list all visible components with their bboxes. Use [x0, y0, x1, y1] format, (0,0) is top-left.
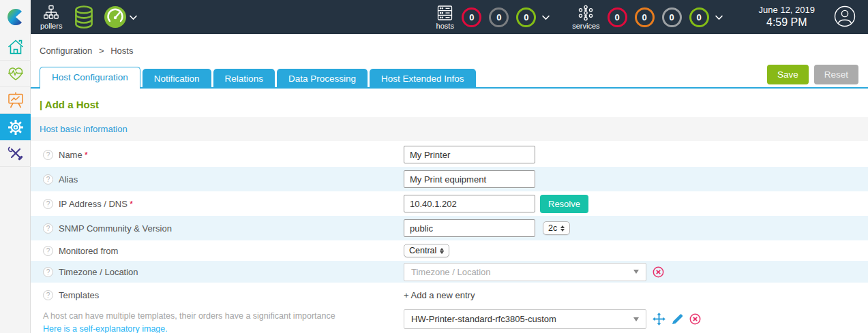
snmp-version-select[interactable]: 2c: [543, 221, 570, 235]
tab-data-processing[interactable]: Data Processing: [277, 69, 368, 89]
row-monitored-from: ? Monitored from Central: [31, 240, 868, 261]
timezone-placeholder: Timezone / Location: [411, 267, 633, 277]
services-unknown-counter[interactable]: 0: [662, 7, 682, 27]
templates-example-link[interactable]: Here is a self-explanatory image.: [43, 324, 168, 333]
user-menu[interactable]: [834, 5, 856, 29]
hosts-down-counter[interactable]: 0: [462, 7, 481, 27]
gear-icon: [7, 118, 25, 136]
help-icon[interactable]: ?: [43, 290, 53, 300]
ip-label: IP Address / DNS*: [59, 199, 133, 209]
breadcrumb-separator: >: [99, 46, 104, 56]
sidebar-item-reporting[interactable]: [0, 87, 31, 114]
pollers-menu[interactable]: pollers: [40, 5, 62, 30]
services-chevron-down-icon[interactable]: [715, 14, 723, 20]
sidebar-item-home[interactable]: [0, 34, 31, 61]
breadcrumb: Configuration > Hosts: [31, 34, 868, 56]
select-spinner-icon: [560, 225, 565, 232]
heart-pulse-icon: [7, 65, 25, 82]
tab-host-extended-infos[interactable]: Host Extended Infos: [370, 69, 476, 89]
sidebar-item-monitoring[interactable]: [0, 61, 31, 87]
ip-input[interactable]: [404, 195, 535, 212]
clear-circle-icon: [653, 266, 664, 278]
platform-chevron-down-icon[interactable]: [129, 14, 138, 20]
dropdown-arrow-icon: [633, 317, 639, 321]
template-move-handle[interactable]: [653, 313, 665, 326]
hosts-status-group: hosts 0 0 0: [436, 5, 554, 30]
pencil-icon: [672, 313, 683, 325]
pollers-icon: [42, 5, 60, 21]
presentation-chart-icon: [7, 91, 25, 109]
row-snmp: ? SNMP Community & Version 2c: [31, 216, 868, 240]
hosts-up-counter[interactable]: 0: [516, 7, 536, 27]
services-menu[interactable]: services: [572, 5, 599, 30]
hosts-chevron-down-icon[interactable]: [541, 14, 550, 20]
tab-bar: Host Configuration Notification Relation…: [31, 65, 868, 89]
sidebar-item-configuration[interactable]: [0, 114, 31, 140]
host-form: ? Name* ? Alias ? IP Address / DNS* Reso…: [31, 142, 868, 333]
user-avatar-icon: [834, 5, 856, 27]
current-date: June 12, 2019: [759, 5, 815, 16]
reset-button[interactable]: Reset: [814, 65, 858, 84]
templates-note: A host can have multiple templates, thei…: [43, 310, 404, 333]
template-edit-button[interactable]: [672, 313, 683, 325]
help-icon[interactable]: ?: [43, 174, 53, 185]
template-delete-button[interactable]: [689, 313, 701, 325]
services-status-group: services 0 0 0 0: [572, 5, 727, 30]
breadcrumb-configuration[interactable]: Configuration: [40, 46, 92, 56]
row-ip-address: ? IP Address / DNS* Resolve: [31, 191, 868, 216]
services-label: services: [572, 22, 599, 30]
database-icon: [72, 4, 96, 30]
tab-notification[interactable]: Notification: [143, 69, 211, 89]
snmp-community-input[interactable]: [404, 219, 535, 237]
sidebar-nav: [0, 34, 31, 333]
name-input[interactable]: [404, 146, 535, 163]
centreon-logo[interactable]: [0, 0, 31, 34]
form-actions: Save Reset: [767, 65, 858, 89]
name-label: Name*: [59, 150, 88, 160]
main-content: Configuration > Hosts Host Configuration…: [31, 34, 868, 333]
section-host-basic-information: Host basic information: [31, 117, 868, 141]
templates-label: Templates: [59, 290, 99, 300]
breadcrumb-hosts[interactable]: Hosts: [110, 46, 133, 56]
required-asterisk: *: [130, 199, 133, 209]
hosts-unreachable-counter[interactable]: 0: [489, 7, 509, 27]
save-button[interactable]: Save: [767, 65, 809, 84]
resolve-button[interactable]: Resolve: [540, 195, 588, 213]
monitored-from-select[interactable]: Central: [404, 244, 449, 257]
sidebar-item-administration[interactable]: [0, 140, 31, 167]
help-icon[interactable]: ?: [43, 246, 53, 256]
row-name: ? Name*: [31, 142, 868, 167]
row-timezone: ? Timezone / Location Timezone / Locatio…: [31, 261, 868, 283]
template-select[interactable]: HW-Printer-standard-rfc3805-custom: [404, 309, 646, 329]
snmp-label: SNMP Community & Version: [59, 223, 172, 234]
snmp-version-value: 2c: [548, 223, 557, 233]
hosts-menu[interactable]: hosts: [436, 5, 454, 30]
timezone-select[interactable]: Timezone / Location: [404, 263, 646, 281]
services-warning-counter[interactable]: 0: [635, 7, 655, 27]
help-icon[interactable]: ?: [43, 150, 53, 160]
template-select-value: HW-Printer-standard-rfc3805-custom: [411, 314, 633, 324]
monitored-from-value: Central: [409, 246, 436, 255]
services-critical-counter[interactable]: 0: [608, 7, 627, 27]
pollers-label: pollers: [40, 22, 62, 30]
page-title: | Add a Host: [40, 99, 868, 110]
tab-relations[interactable]: Relations: [213, 69, 275, 89]
alias-input[interactable]: [404, 170, 535, 188]
timezone-clear-button[interactable]: [653, 266, 664, 278]
move-icon: [653, 313, 665, 326]
home-icon: [7, 38, 25, 56]
tab-host-configuration[interactable]: Host Configuration: [40, 67, 140, 89]
database-status-button[interactable]: [72, 4, 96, 30]
add-template-entry-button[interactable]: + Add a new entry: [404, 290, 475, 300]
tools-icon: [7, 144, 25, 162]
dropdown-arrow-icon: [633, 270, 639, 274]
monitored-from-label: Monitored from: [59, 246, 118, 256]
services-ok-counter[interactable]: 0: [689, 7, 709, 27]
timezone-label: Timezone / Location: [59, 267, 138, 277]
help-icon[interactable]: ?: [43, 223, 53, 234]
row-alias: ? Alias: [31, 167, 868, 191]
help-icon[interactable]: ?: [43, 267, 53, 277]
services-icon: [575, 5, 596, 21]
platform-status-button[interactable]: [103, 5, 128, 29]
help-icon[interactable]: ?: [43, 199, 53, 209]
